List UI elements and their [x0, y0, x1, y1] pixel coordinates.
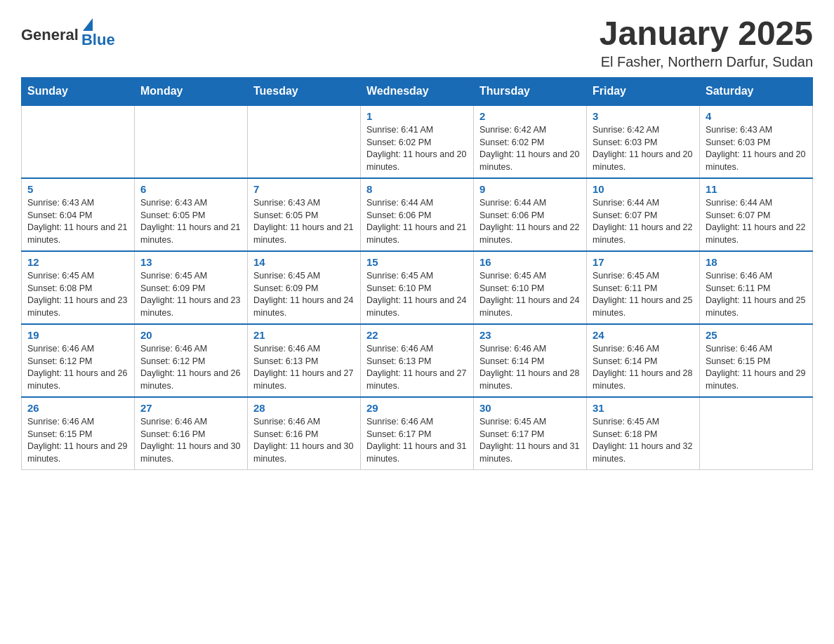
week-row-5: 26Sunrise: 6:46 AM Sunset: 6:15 PM Dayli… — [22, 397, 813, 470]
logo-triangle-icon — [83, 18, 93, 31]
calendar-cell: 16Sunrise: 6:45 AM Sunset: 6:10 PM Dayli… — [474, 251, 587, 324]
calendar-cell: 10Sunrise: 6:44 AM Sunset: 6:07 PM Dayli… — [587, 178, 700, 251]
day-info: Sunrise: 6:46 AM Sunset: 6:15 PM Dayligh… — [706, 343, 807, 392]
day-number: 30 — [479, 402, 581, 414]
page-header: General Blue January 2025 El Fasher, Nor… — [21, 14, 813, 70]
day-number: 3 — [593, 110, 694, 122]
logo: General Blue — [21, 21, 115, 49]
calendar-cell: 6Sunrise: 6:43 AM Sunset: 6:05 PM Daylig… — [135, 178, 248, 251]
weekday-header-monday: Monday — [135, 78, 248, 106]
calendar-cell: 11Sunrise: 6:44 AM Sunset: 6:07 PM Dayli… — [700, 178, 813, 251]
day-info: Sunrise: 6:42 AM Sunset: 6:03 PM Dayligh… — [593, 124, 694, 173]
day-info: Sunrise: 6:46 AM Sunset: 6:12 PM Dayligh… — [140, 343, 241, 392]
calendar-cell: 19Sunrise: 6:46 AM Sunset: 6:12 PM Dayli… — [22, 324, 135, 397]
calendar-cell — [135, 105, 248, 178]
month-year-title: January 2025 — [600, 14, 813, 53]
day-number: 24 — [593, 329, 694, 341]
day-info: Sunrise: 6:46 AM Sunset: 6:13 PM Dayligh… — [253, 343, 355, 392]
calendar-cell: 26Sunrise: 6:46 AM Sunset: 6:15 PM Dayli… — [22, 397, 135, 470]
calendar-cell: 30Sunrise: 6:45 AM Sunset: 6:17 PM Dayli… — [474, 397, 587, 470]
day-info: Sunrise: 6:46 AM Sunset: 6:15 PM Dayligh… — [27, 416, 128, 465]
weekday-header-tuesday: Tuesday — [248, 78, 361, 106]
day-number: 2 — [479, 110, 581, 122]
calendar-cell: 12Sunrise: 6:45 AM Sunset: 6:08 PM Dayli… — [22, 251, 135, 324]
day-number: 25 — [706, 329, 807, 341]
day-info: Sunrise: 6:43 AM Sunset: 6:03 PM Dayligh… — [706, 124, 807, 173]
calendar-cell: 13Sunrise: 6:45 AM Sunset: 6:09 PM Dayli… — [135, 251, 248, 324]
day-number: 15 — [366, 256, 468, 268]
day-info: Sunrise: 6:45 AM Sunset: 6:09 PM Dayligh… — [253, 270, 355, 319]
day-number: 27 — [140, 402, 241, 414]
logo-general-text: General — [21, 26, 79, 44]
calendar-cell: 5Sunrise: 6:43 AM Sunset: 6:04 PM Daylig… — [22, 178, 135, 251]
calendar-cell: 8Sunrise: 6:44 AM Sunset: 6:06 PM Daylig… — [361, 178, 474, 251]
day-info: Sunrise: 6:46 AM Sunset: 6:11 PM Dayligh… — [706, 270, 807, 319]
day-number: 17 — [593, 256, 694, 268]
location-subtitle: El Fasher, Northern Darfur, Sudan — [600, 54, 813, 70]
day-number: 10 — [593, 183, 694, 195]
calendar-cell: 22Sunrise: 6:46 AM Sunset: 6:13 PM Dayli… — [361, 324, 474, 397]
calendar-cell: 25Sunrise: 6:46 AM Sunset: 6:15 PM Dayli… — [700, 324, 813, 397]
day-info: Sunrise: 6:46 AM Sunset: 6:16 PM Dayligh… — [140, 416, 241, 465]
calendar-cell: 9Sunrise: 6:44 AM Sunset: 6:06 PM Daylig… — [474, 178, 587, 251]
day-number: 19 — [27, 329, 128, 341]
day-number: 9 — [479, 183, 581, 195]
day-number: 1 — [366, 110, 468, 122]
calendar-cell: 20Sunrise: 6:46 AM Sunset: 6:12 PM Dayli… — [135, 324, 248, 397]
logo-blue-text: Blue — [81, 31, 115, 49]
calendar-cell — [248, 105, 361, 178]
weekday-header-wednesday: Wednesday — [361, 78, 474, 106]
day-number: 21 — [253, 329, 355, 341]
day-info: Sunrise: 6:46 AM Sunset: 6:14 PM Dayligh… — [479, 343, 581, 392]
calendar-cell: 17Sunrise: 6:45 AM Sunset: 6:11 PM Dayli… — [587, 251, 700, 324]
calendar-cell: 7Sunrise: 6:43 AM Sunset: 6:05 PM Daylig… — [248, 178, 361, 251]
calendar-table: SundayMondayTuesdayWednesdayThursdayFrid… — [21, 77, 813, 470]
day-number: 16 — [479, 256, 581, 268]
day-info: Sunrise: 6:44 AM Sunset: 6:07 PM Dayligh… — [706, 197, 807, 246]
calendar-cell: 3Sunrise: 6:42 AM Sunset: 6:03 PM Daylig… — [587, 105, 700, 178]
calendar-cell: 23Sunrise: 6:46 AM Sunset: 6:14 PM Dayli… — [474, 324, 587, 397]
day-number: 12 — [27, 256, 128, 268]
calendar-cell: 2Sunrise: 6:42 AM Sunset: 6:02 PM Daylig… — [474, 105, 587, 178]
calendar-cell: 14Sunrise: 6:45 AM Sunset: 6:09 PM Dayli… — [248, 251, 361, 324]
day-number: 8 — [366, 183, 468, 195]
weekday-header-thursday: Thursday — [474, 78, 587, 106]
day-number: 5 — [27, 183, 128, 195]
day-info: Sunrise: 6:43 AM Sunset: 6:04 PM Dayligh… — [27, 197, 128, 246]
day-info: Sunrise: 6:46 AM Sunset: 6:13 PM Dayligh… — [366, 343, 468, 392]
calendar-cell: 15Sunrise: 6:45 AM Sunset: 6:10 PM Dayli… — [361, 251, 474, 324]
day-number: 7 — [253, 183, 355, 195]
day-number: 31 — [593, 402, 694, 414]
day-info: Sunrise: 6:46 AM Sunset: 6:14 PM Dayligh… — [593, 343, 694, 392]
day-number: 28 — [253, 402, 355, 414]
calendar-cell — [700, 397, 813, 470]
day-number: 11 — [706, 183, 807, 195]
day-info: Sunrise: 6:45 AM Sunset: 6:18 PM Dayligh… — [593, 416, 694, 465]
calendar-cell: 18Sunrise: 6:46 AM Sunset: 6:11 PM Dayli… — [700, 251, 813, 324]
calendar-cell: 1Sunrise: 6:41 AM Sunset: 6:02 PM Daylig… — [361, 105, 474, 178]
day-info: Sunrise: 6:46 AM Sunset: 6:12 PM Dayligh… — [27, 343, 128, 392]
calendar-cell: 29Sunrise: 6:46 AM Sunset: 6:17 PM Dayli… — [361, 397, 474, 470]
weekday-header-friday: Friday — [587, 78, 700, 106]
day-number: 22 — [366, 329, 468, 341]
weekday-header-saturday: Saturday — [700, 78, 813, 106]
day-info: Sunrise: 6:42 AM Sunset: 6:02 PM Dayligh… — [479, 124, 581, 173]
day-info: Sunrise: 6:44 AM Sunset: 6:07 PM Dayligh… — [593, 197, 694, 246]
day-number: 13 — [140, 256, 241, 268]
calendar-cell: 24Sunrise: 6:46 AM Sunset: 6:14 PM Dayli… — [587, 324, 700, 397]
day-info: Sunrise: 6:45 AM Sunset: 6:17 PM Dayligh… — [479, 416, 581, 465]
calendar-cell: 21Sunrise: 6:46 AM Sunset: 6:13 PM Dayli… — [248, 324, 361, 397]
day-info: Sunrise: 6:43 AM Sunset: 6:05 PM Dayligh… — [140, 197, 241, 246]
day-number: 29 — [366, 402, 468, 414]
calendar-cell: 4Sunrise: 6:43 AM Sunset: 6:03 PM Daylig… — [700, 105, 813, 178]
day-number: 4 — [706, 110, 807, 122]
calendar-cell: 27Sunrise: 6:46 AM Sunset: 6:16 PM Dayli… — [135, 397, 248, 470]
day-number: 14 — [253, 256, 355, 268]
calendar-cell — [22, 105, 135, 178]
day-info: Sunrise: 6:45 AM Sunset: 6:09 PM Dayligh… — [140, 270, 241, 319]
day-number: 6 — [140, 183, 241, 195]
day-info: Sunrise: 6:46 AM Sunset: 6:16 PM Dayligh… — [253, 416, 355, 465]
calendar-cell: 31Sunrise: 6:45 AM Sunset: 6:18 PM Dayli… — [587, 397, 700, 470]
day-info: Sunrise: 6:44 AM Sunset: 6:06 PM Dayligh… — [479, 197, 581, 246]
day-info: Sunrise: 6:43 AM Sunset: 6:05 PM Dayligh… — [253, 197, 355, 246]
